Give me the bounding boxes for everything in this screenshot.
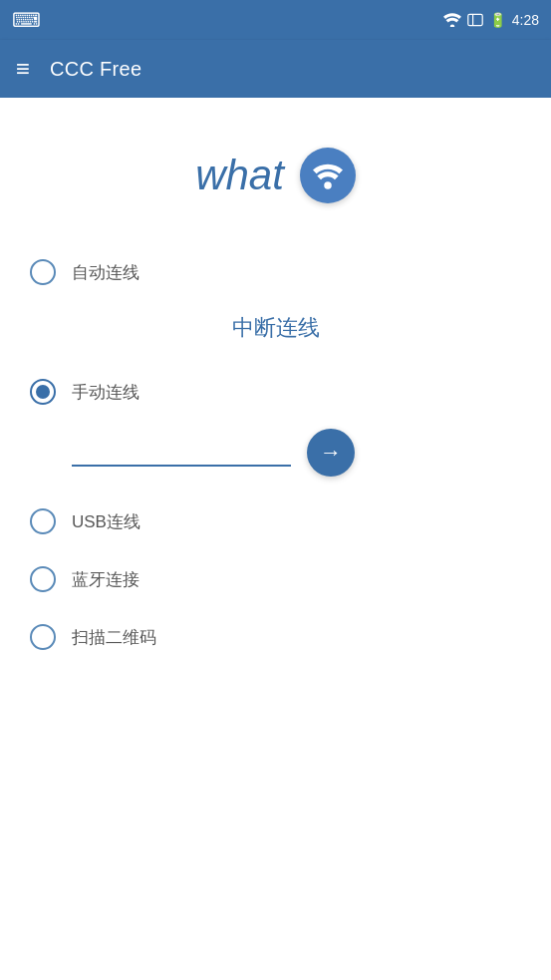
hamburger-menu-icon[interactable]: ≡ [16,55,30,83]
svg-point-0 [450,25,455,28]
arrow-right-icon: → [320,440,342,466]
radio-usb[interactable] [30,508,56,534]
status-bar: ⌨ 🔋 4:28 [0,0,551,40]
radio-manual-label: 手动连线 [72,381,139,404]
radio-qr[interactable] [30,624,56,650]
radio-option-qr[interactable]: 扫描二维码 [30,608,521,666]
signal-icon [467,13,483,27]
radio-bluetooth[interactable] [30,566,56,592]
radio-auto-label: 自动连线 [72,261,139,284]
radio-bluetooth-label: 蓝牙连接 [72,568,139,591]
radio-auto[interactable] [30,259,56,285]
radio-qr-label: 扫描二维码 [72,626,156,649]
keyboard-icon: ⌨ [12,8,41,32]
manual-input-row: → [30,421,521,492]
main-content: what 自动连线 中断连线 手动连线 → [0,98,551,980]
radio-option-manual[interactable]: 手动连线 [30,363,521,421]
wifi-status-area: what [0,98,551,243]
wifi-status-icon [443,13,461,27]
go-connect-button[interactable]: → [307,429,355,477]
svg-point-3 [324,181,332,189]
radio-option-bluetooth[interactable]: 蓝牙连接 [30,550,521,608]
app-toolbar: ≡ CCC Free [0,40,551,98]
disconnect-button[interactable]: 中断连线 [30,301,521,363]
connection-status-text: what [195,152,284,199]
battery-icon: 🔋 [489,12,506,28]
radio-option-usb[interactable]: USB连线 [30,492,521,550]
time-display: 4:28 [512,12,539,28]
options-list: 自动连线 中断连线 手动连线 → USB连线 蓝牙连接 扫 [0,243,551,666]
status-bar-right: 🔋 4:28 [443,12,539,28]
radio-manual[interactable] [30,379,56,405]
app-title: CCC Free [50,58,141,81]
wifi-button[interactable] [300,148,356,203]
status-bar-left: ⌨ [12,8,41,32]
wifi-icon [313,161,343,190]
radio-option-auto[interactable]: 自动连线 [30,243,521,301]
svg-rect-1 [468,14,482,25]
radio-usb-label: USB连线 [72,510,140,533]
manual-connect-input[interactable] [72,439,291,467]
